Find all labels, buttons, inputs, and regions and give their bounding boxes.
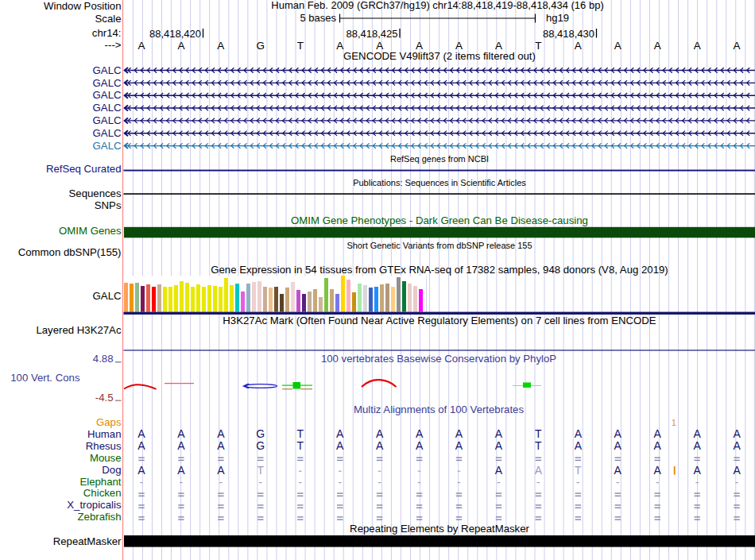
svg-text:GALC: GALC <box>93 102 122 114</box>
svg-text:A: A <box>455 427 463 440</box>
svg-text:chr14:: chr14: <box>92 27 122 39</box>
svg-text:A: A <box>376 439 384 452</box>
svg-text:A: A <box>495 439 503 452</box>
svg-text:A: A <box>654 439 662 452</box>
svg-text:Layered H3K27Ac: Layered H3K27Ac <box>36 324 121 336</box>
svg-text:88,418,425: 88,418,425 <box>346 28 397 40</box>
svg-text:100 vertebrates Basewise Conse: 100 vertebrates Basewise Conservation by… <box>321 353 556 365</box>
svg-text:A: A <box>177 439 185 452</box>
svg-text:Zebrafish: Zebrafish <box>78 511 122 523</box>
svg-text:Elephant: Elephant <box>79 476 121 488</box>
svg-text:A: A <box>654 464 662 477</box>
svg-text:hg19: hg19 <box>546 12 569 24</box>
svg-text:A: A <box>495 427 503 440</box>
svg-text:A: A <box>177 427 185 440</box>
svg-text:A: A <box>733 464 741 477</box>
svg-text:5 bases: 5 bases <box>300 12 336 24</box>
svg-text:A: A <box>614 427 622 440</box>
svg-text:A: A <box>416 427 424 440</box>
svg-text:A: A <box>693 439 701 452</box>
svg-text:Rhesus: Rhesus <box>86 440 122 452</box>
svg-text:A: A <box>694 40 701 52</box>
svg-text:Mouse: Mouse <box>90 452 122 464</box>
svg-text:SNPs: SNPs <box>95 199 122 211</box>
svg-text:G: G <box>256 439 265 452</box>
svg-text:A: A <box>177 40 184 52</box>
svg-text:Gaps: Gaps <box>96 416 122 428</box>
svg-text:A: A <box>575 439 583 452</box>
svg-text:Gene Expression in 54 tissues: Gene Expression in 54 tissues from GTEx … <box>211 264 668 276</box>
svg-text:T: T <box>257 464 265 477</box>
svg-text:A: A <box>217 439 225 452</box>
svg-text:A: A <box>177 464 185 477</box>
svg-text:-4.5: -4.5 <box>95 392 114 404</box>
svg-text:A: A <box>217 464 225 477</box>
svg-text:A: A <box>376 427 384 440</box>
svg-text:A: A <box>137 439 145 452</box>
svg-text:RepeatMasker: RepeatMasker <box>53 535 122 547</box>
svg-text:A: A <box>416 439 424 452</box>
svg-text:A: A <box>733 427 741 440</box>
svg-text:Short Genetic Variants from db: Short Genetic Variants from dbSNP releas… <box>347 241 532 250</box>
svg-text:Common dbSNP(155): Common dbSNP(155) <box>18 246 122 258</box>
svg-text:A: A <box>495 464 503 477</box>
svg-text:A: A <box>336 427 344 440</box>
svg-text:Publications: Sequences in Sci: Publications: Sequences in Scientific Ar… <box>353 178 526 187</box>
svg-text:GALC: GALC <box>93 64 122 76</box>
svg-text:A: A <box>336 40 343 52</box>
svg-text:Chicken: Chicken <box>83 487 122 499</box>
svg-text:T: T <box>575 464 582 477</box>
svg-text:A: A <box>455 439 463 452</box>
svg-text:A: A <box>654 40 661 52</box>
svg-text:88,418,420: 88,418,420 <box>149 28 201 40</box>
svg-text:T: T <box>296 439 304 452</box>
svg-text:Repeating Elements by RepeatMa: Repeating Elements by RepeatMasker <box>350 523 529 535</box>
svg-text:88,418,430: 88,418,430 <box>543 28 594 40</box>
svg-text:Sequences: Sequences <box>69 187 122 199</box>
svg-text:A: A <box>614 40 621 52</box>
svg-text:A: A <box>693 464 701 477</box>
svg-text:A: A <box>137 464 145 477</box>
svg-text:X_tropicalis: X_tropicalis <box>67 499 122 511</box>
svg-text:GALC: GALC <box>93 89 122 101</box>
svg-text:GENCODE V49lift37 (2 items fil: GENCODE V49lift37 (2 items filtered out) <box>343 50 536 62</box>
svg-text:A: A <box>654 427 662 440</box>
svg-text:G: G <box>256 427 265 440</box>
svg-text:A: A <box>734 40 741 52</box>
svg-text:--->: ---> <box>105 39 122 51</box>
svg-text:RefSeq Curated: RefSeq Curated <box>46 163 122 175</box>
svg-text:GALC: GALC <box>93 114 122 126</box>
svg-text:A: A <box>336 439 344 452</box>
svg-text:Human Feb. 2009 (GRCh37/hg19): Human Feb. 2009 (GRCh37/hg19) chr14:88,4… <box>271 0 603 11</box>
svg-text:A: A <box>217 427 225 440</box>
svg-text:1: 1 <box>672 418 676 427</box>
svg-text:A: A <box>535 464 543 477</box>
svg-text:GALC: GALC <box>93 77 122 89</box>
svg-text:GALC: GALC <box>93 127 122 139</box>
svg-text:A: A <box>733 439 741 452</box>
svg-text:OMIM Gene Phenotypes - Dark Gr: OMIM Gene Phenotypes - Dark Green Can Be… <box>291 214 588 226</box>
svg-text:Human: Human <box>87 428 122 440</box>
svg-text:Dog: Dog <box>102 464 121 476</box>
svg-text:T: T <box>296 427 304 440</box>
svg-text:Scale: Scale <box>95 13 122 25</box>
svg-text:A: A <box>217 40 224 52</box>
svg-text:G: G <box>257 40 265 52</box>
svg-text:GALC: GALC <box>93 290 122 302</box>
svg-text:T: T <box>297 40 304 52</box>
svg-text:A: A <box>693 427 701 440</box>
svg-text:A: A <box>575 40 582 52</box>
svg-text:Multiz Alignments of 100 Verte: Multiz Alignments of 100 Vertebrates <box>354 404 524 415</box>
svg-text:RefSeq genes from NCBI: RefSeq genes from NCBI <box>390 154 489 164</box>
svg-text:A: A <box>575 427 583 440</box>
svg-text:T: T <box>535 40 541 52</box>
svg-text:4.88: 4.88 <box>93 353 114 365</box>
svg-text:A: A <box>614 464 622 477</box>
svg-text:H3K27Ac Mark (Often Found Near: H3K27Ac Mark (Often Found Near Active Re… <box>223 315 656 326</box>
svg-text:OMIM Genes: OMIM Genes <box>59 225 122 237</box>
svg-text:A: A <box>137 40 145 52</box>
svg-text:GALC: GALC <box>93 140 122 152</box>
svg-text:T: T <box>535 439 542 452</box>
svg-text:T: T <box>535 427 542 440</box>
svg-text:100 Vert. Cons: 100 Vert. Cons <box>10 372 80 384</box>
